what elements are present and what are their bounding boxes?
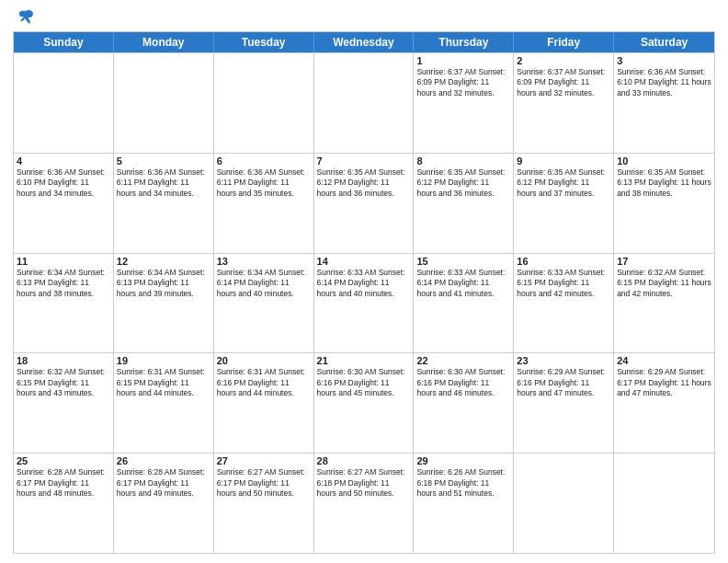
- calendar-cell: 8Sunrise: 6:35 AM Sunset: 6:12 PM Daylig…: [414, 154, 514, 253]
- day-number: 16: [517, 256, 610, 267]
- day-info: Sunrise: 6:33 AM Sunset: 6:14 PM Dayligh…: [317, 268, 411, 299]
- day-info: Sunrise: 6:32 AM Sunset: 6:15 PM Dayligh…: [617, 268, 711, 299]
- day-number: 27: [217, 455, 311, 466]
- calendar-cell: 3Sunrise: 6:36 AM Sunset: 6:10 PM Daylig…: [614, 53, 714, 153]
- calendar-cell: 26Sunrise: 6:28 AM Sunset: 6:17 PM Dayli…: [114, 454, 214, 553]
- day-number: 15: [416, 256, 510, 267]
- day-number: 20: [217, 355, 311, 366]
- day-info: Sunrise: 6:34 AM Sunset: 6:13 PM Dayligh…: [117, 268, 210, 299]
- day-info: Sunrise: 6:28 AM Sunset: 6:17 PM Dayligh…: [17, 467, 110, 499]
- calendar-row-3: 18Sunrise: 6:32 AM Sunset: 6:15 PM Dayli…: [14, 352, 714, 453]
- day-info: Sunrise: 6:37 AM Sunset: 6:09 PM Dayligh…: [517, 67, 610, 98]
- day-info: Sunrise: 6:35 AM Sunset: 6:12 PM Dayligh…: [517, 167, 610, 199]
- day-number: 21: [317, 355, 411, 366]
- calendar-header-cell-monday: Monday: [114, 32, 214, 52]
- day-info: Sunrise: 6:35 AM Sunset: 6:12 PM Dayligh…: [317, 167, 411, 199]
- day-info: Sunrise: 6:35 AM Sunset: 6:12 PM Dayligh…: [416, 167, 510, 199]
- logo: [13, 9, 35, 26]
- day-number: 2: [517, 55, 610, 66]
- day-number: 22: [416, 355, 510, 366]
- calendar-cell: 7Sunrise: 6:35 AM Sunset: 6:12 PM Daylig…: [314, 154, 415, 253]
- calendar-cell: 14Sunrise: 6:33 AM Sunset: 6:14 PM Dayli…: [314, 254, 415, 353]
- day-info: Sunrise: 6:36 AM Sunset: 6:11 PM Dayligh…: [217, 167, 311, 199]
- day-number: 10: [617, 155, 711, 167]
- day-number: 6: [217, 155, 311, 167]
- day-info: Sunrise: 6:33 AM Sunset: 6:14 PM Dayligh…: [416, 268, 510, 299]
- calendar-cell: [14, 53, 114, 153]
- calendar-cell: 20Sunrise: 6:31 AM Sunset: 6:16 PM Dayli…: [214, 353, 314, 453]
- day-number: 12: [117, 256, 210, 267]
- day-info: Sunrise: 6:27 AM Sunset: 6:17 PM Dayligh…: [217, 467, 311, 499]
- calendar-cell: 12Sunrise: 6:34 AM Sunset: 6:13 PM Dayli…: [114, 254, 214, 353]
- day-number: 24: [617, 355, 711, 366]
- day-number: 26: [117, 455, 210, 466]
- calendar-cell: 2Sunrise: 6:37 AM Sunset: 6:09 PM Daylig…: [514, 53, 614, 153]
- day-info: Sunrise: 6:33 AM Sunset: 6:15 PM Dayligh…: [517, 268, 610, 299]
- day-info: Sunrise: 6:30 AM Sunset: 6:16 PM Dayligh…: [416, 367, 510, 398]
- day-number: 4: [17, 155, 110, 167]
- calendar-header-cell-thursday: Thursday: [414, 32, 514, 52]
- day-number: 8: [416, 155, 510, 167]
- calendar-cell: 15Sunrise: 6:33 AM Sunset: 6:14 PM Dayli…: [414, 254, 514, 353]
- calendar-cell: 10Sunrise: 6:35 AM Sunset: 6:13 PM Dayli…: [614, 154, 714, 253]
- day-info: Sunrise: 6:29 AM Sunset: 6:17 PM Dayligh…: [617, 367, 711, 398]
- calendar-row-4: 25Sunrise: 6:28 AM Sunset: 6:17 PM Dayli…: [14, 453, 714, 553]
- calendar-cell: 17Sunrise: 6:32 AM Sunset: 6:15 PM Dayli…: [614, 254, 714, 353]
- calendar-cell: 23Sunrise: 6:29 AM Sunset: 6:16 PM Dayli…: [514, 353, 614, 453]
- calendar-cell: 27Sunrise: 6:27 AM Sunset: 6:17 PM Dayli…: [214, 454, 314, 553]
- day-info: Sunrise: 6:35 AM Sunset: 6:13 PM Dayligh…: [617, 167, 711, 199]
- day-info: Sunrise: 6:34 AM Sunset: 6:13 PM Dayligh…: [17, 268, 110, 299]
- calendar: SundayMondayTuesdayWednesdayThursdayFrid…: [13, 31, 715, 554]
- day-number: 13: [217, 256, 311, 267]
- day-number: 1: [416, 55, 510, 66]
- day-number: 18: [17, 355, 110, 366]
- calendar-header-cell-friday: Friday: [514, 32, 614, 52]
- calendar-cell: 5Sunrise: 6:36 AM Sunset: 6:11 PM Daylig…: [114, 154, 214, 253]
- calendar-cell: 29Sunrise: 6:26 AM Sunset: 6:18 PM Dayli…: [414, 454, 514, 553]
- calendar-cell: 6Sunrise: 6:36 AM Sunset: 6:11 PM Daylig…: [214, 154, 314, 253]
- day-info: Sunrise: 6:36 AM Sunset: 6:10 PM Dayligh…: [17, 167, 110, 199]
- calendar-header-cell-saturday: Saturday: [614, 32, 714, 52]
- day-number: 28: [317, 455, 411, 466]
- day-info: Sunrise: 6:29 AM Sunset: 6:16 PM Dayligh…: [517, 367, 610, 398]
- day-number: 5: [117, 155, 210, 167]
- calendar-header-cell-wednesday: Wednesday: [314, 32, 415, 52]
- day-number: 11: [17, 256, 110, 267]
- calendar-cell: [514, 454, 614, 553]
- day-info: Sunrise: 6:31 AM Sunset: 6:15 PM Dayligh…: [117, 367, 210, 398]
- day-number: 17: [617, 256, 711, 267]
- calendar-cell: 9Sunrise: 6:35 AM Sunset: 6:12 PM Daylig…: [514, 154, 614, 253]
- calendar-header-row: SundayMondayTuesdayWednesdayThursdayFrid…: [14, 32, 714, 52]
- day-info: Sunrise: 6:26 AM Sunset: 6:18 PM Dayligh…: [416, 467, 510, 499]
- calendar-cell: [114, 53, 214, 153]
- day-info: Sunrise: 6:27 AM Sunset: 6:18 PM Dayligh…: [317, 467, 411, 499]
- day-number: 29: [416, 455, 510, 466]
- calendar-cell: 11Sunrise: 6:34 AM Sunset: 6:13 PM Dayli…: [14, 254, 114, 353]
- header: [13, 9, 715, 26]
- day-info: Sunrise: 6:36 AM Sunset: 6:10 PM Dayligh…: [617, 67, 711, 98]
- logo-bird-icon: [17, 9, 35, 26]
- day-number: 19: [117, 355, 210, 366]
- calendar-cell: 19Sunrise: 6:31 AM Sunset: 6:15 PM Dayli…: [114, 353, 214, 453]
- day-info: Sunrise: 6:28 AM Sunset: 6:17 PM Dayligh…: [117, 467, 210, 499]
- calendar-cell: 4Sunrise: 6:36 AM Sunset: 6:10 PM Daylig…: [14, 154, 114, 253]
- calendar-cell: [214, 53, 314, 153]
- day-info: Sunrise: 6:32 AM Sunset: 6:15 PM Dayligh…: [17, 367, 110, 398]
- day-info: Sunrise: 6:31 AM Sunset: 6:16 PM Dayligh…: [217, 367, 311, 398]
- calendar-cell: 28Sunrise: 6:27 AM Sunset: 6:18 PM Dayli…: [314, 454, 415, 553]
- calendar-cell: 21Sunrise: 6:30 AM Sunset: 6:16 PM Dayli…: [314, 353, 415, 453]
- calendar-cell: 22Sunrise: 6:30 AM Sunset: 6:16 PM Dayli…: [414, 353, 514, 453]
- calendar-cell: 24Sunrise: 6:29 AM Sunset: 6:17 PM Dayli…: [614, 353, 714, 453]
- calendar-row-1: 4Sunrise: 6:36 AM Sunset: 6:10 PM Daylig…: [14, 153, 714, 253]
- day-number: 3: [617, 55, 711, 66]
- calendar-cell: [314, 53, 415, 153]
- calendar-row-0: 1Sunrise: 6:37 AM Sunset: 6:09 PM Daylig…: [14, 52, 714, 153]
- calendar-cell: 18Sunrise: 6:32 AM Sunset: 6:15 PM Dayli…: [14, 353, 114, 453]
- page: SundayMondayTuesdayWednesdayThursdayFrid…: [0, 0, 728, 563]
- day-info: Sunrise: 6:36 AM Sunset: 6:11 PM Dayligh…: [117, 167, 210, 199]
- day-number: 25: [17, 455, 110, 466]
- calendar-cell: 1Sunrise: 6:37 AM Sunset: 6:09 PM Daylig…: [414, 53, 514, 153]
- calendar-header-cell-sunday: Sunday: [14, 32, 114, 52]
- day-info: Sunrise: 6:30 AM Sunset: 6:16 PM Dayligh…: [317, 367, 411, 398]
- calendar-body: 1Sunrise: 6:37 AM Sunset: 6:09 PM Daylig…: [14, 52, 714, 553]
